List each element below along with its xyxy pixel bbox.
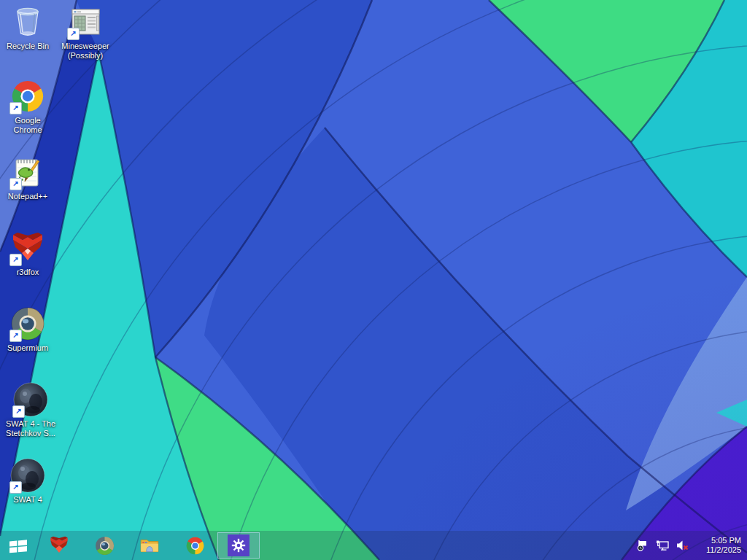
r3dfox-icon: ↗ [10,230,45,265]
desktop-icon-google-chrome[interactable]: ↗ Google Chrome [0,79,55,135]
tray-date: 11/2/2025 [699,545,741,555]
tray-time: 5:05 PM [699,536,741,545]
desktop-icon-swat4-stetchkov[interactable]: ↗ SWAT 4 - The Stetchkov S... [0,382,61,438]
taskbar-app-supermium[interactable] [82,531,127,560]
taskbar: 5:05 PM 11/2/2025 [0,531,747,560]
chrome-icon: ↗ [10,79,45,114]
icon-label: SWAT 4 - The Stetchkov S... [0,419,61,438]
supermium-icon: ↗ [10,306,45,341]
start-button[interactable] [0,531,36,560]
shortcut-arrow-icon: ↗ [12,405,25,418]
r3dfox-icon [49,535,69,556]
shortcut-arrow-icon: ↗ [9,178,22,190]
desktop-icon-r3dfox[interactable]: ↗ r3dfox [0,230,55,277]
icon-label: Notepad++ [0,192,55,201]
recycle-bin-icon [10,4,45,39]
network-icon[interactable] [655,538,670,553]
shortcut-arrow-icon: ↗ [9,254,22,266]
desktop-screen: Recycle Bin ↗ Minesweeper (Possibly) [0,0,747,560]
shortcut-arrow-icon: ↗ [9,330,22,342]
wallpaper-balloon [0,0,747,560]
desktop-icon-swat4[interactable]: ↗ SWAT 4 [0,458,55,505]
windows-logo-icon [9,536,28,555]
taskbar-app-file-explorer[interactable] [127,531,172,560]
tray-clock[interactable]: 5:05 PM 11/2/2025 [694,536,741,555]
minesweeper-icon: ↗ [68,4,103,39]
taskbar-app-settings[interactable] [217,532,260,559]
file-explorer-icon [139,535,160,556]
icon-label: Google Chrome [0,116,55,135]
gear-icon [231,538,246,553]
taskbar-app-google-chrome[interactable] [172,531,217,560]
desktop-icon-recycle-bin[interactable]: Recycle Bin [0,4,55,51]
notepad-plus-plus-icon: ↗ [10,155,45,190]
system-tray: 5:05 PM 11/2/2025 [635,531,747,560]
icon-label: Supermium [0,343,55,353]
taskbar-app-r3dfox[interactable] [36,531,82,560]
action-center-flag-icon[interactable] [635,538,650,553]
icon-label: Recycle Bin [0,42,55,51]
settings-tile [228,534,249,556]
icon-label: SWAT 4 [0,495,55,505]
desktop-icon-notepad-plus-plus[interactable]: ↗ Notepad++ [0,155,55,201]
icon-label: Minesweeper (Possibly) [55,42,115,61]
swat4-stetchkov-icon: ↗ [13,382,48,417]
swat4-icon: ↗ [10,458,45,493]
shortcut-arrow-icon: ↗ [67,28,80,40]
shortcut-arrow-icon: ↗ [9,102,22,114]
shortcut-arrow-icon: ↗ [9,481,22,494]
icon-label: r3dfox [0,268,55,277]
volume-muted-icon[interactable] [675,538,689,553]
desktop-icon-supermium[interactable]: ↗ Supermium [0,306,55,353]
chrome-icon [185,536,205,556]
desktop-icon-minesweeper[interactable]: ↗ Minesweeper (Possibly) [55,4,115,61]
supermium-icon [95,536,115,556]
